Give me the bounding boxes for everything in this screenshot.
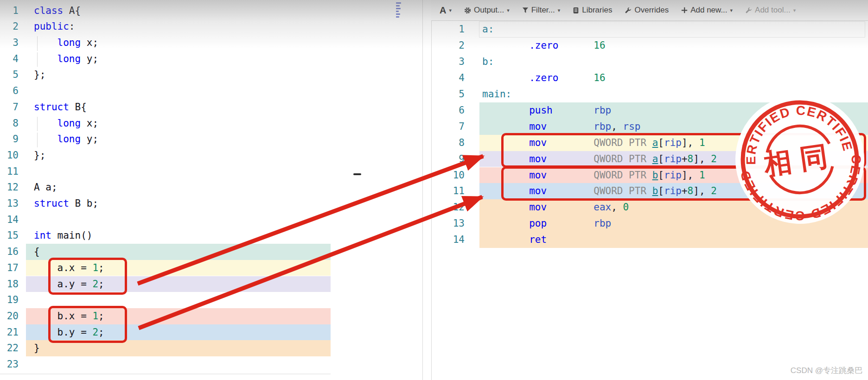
token-pl [547, 121, 594, 132]
gear-icon [464, 7, 471, 14]
asm-line-number: 11 [436, 183, 465, 199]
asm-line-number: 8 [436, 135, 465, 151]
asm-line-number: 6 [436, 102, 465, 119]
token-pl [482, 202, 529, 213]
source-line-number: 19 [0, 292, 19, 308]
asm-line-number: 13 [436, 215, 465, 232]
asm-line-number: 2 [436, 38, 465, 54]
chevron-down-icon: ▾ [793, 7, 796, 13]
asm-line-number: 3 [436, 54, 465, 70]
chevron-down-icon: ▾ [449, 7, 452, 13]
toolbar-button-add-tool[interactable]: Add tool...▾ [745, 6, 796, 15]
token-lbl: main: [482, 89, 511, 100]
token-reg: rbp [594, 121, 611, 132]
source-line: 21 b.y = 2; [0, 324, 868, 341]
toolbar-button-label: Filter... [531, 6, 555, 15]
token-pl [482, 218, 529, 229]
source-code: class A{ [34, 3, 81, 19]
toolbar-button-label: Libraries [582, 6, 612, 15]
token-pl [547, 218, 594, 229]
token-pl [553, 105, 594, 116]
divider-dash [353, 173, 361, 175]
token-kw: class [34, 5, 63, 16]
token-pl [482, 72, 529, 83]
token-reg: eax [594, 202, 611, 213]
toolbar-button-label: A [440, 5, 446, 16]
plus-icon [681, 7, 688, 13]
toolbar-button-label: Add tool... [755, 6, 791, 15]
asm-toolbar: A▾Output...▾Filter...▾LibrariesOverrides… [431, 0, 868, 21]
toolbar-button-add-new[interactable]: Add new...▾ [681, 6, 733, 15]
token-pl [482, 234, 529, 245]
book-icon [573, 7, 579, 14]
chevron-down-icon: ▾ [507, 7, 510, 13]
asm-code: main: [482, 86, 511, 102]
token-pl [558, 40, 594, 51]
red-box-source-b [48, 306, 127, 343]
asm-line-number: 9 [436, 151, 465, 167]
toolbar-button-overrides[interactable]: Overrides [625, 6, 669, 15]
token-kw: pop [529, 218, 547, 229]
token-lbl: b: [482, 56, 494, 67]
chevron-down-icon: ▾ [558, 7, 561, 13]
token-kw: .zero [529, 72, 558, 83]
asm-code: mov eax, 0 [482, 199, 629, 215]
asm-line-number: 7 [436, 119, 465, 135]
asm-code: pop rbp [482, 215, 611, 232]
toolbar-button-filter[interactable]: Filter...▾ [522, 6, 561, 15]
source-code: } [34, 340, 40, 356]
certified-stamp: CERTIFIED CERTIFIED CERTIFIED CERTIFIED … [721, 81, 868, 238]
asm-line-number: 12 [436, 199, 465, 215]
compiler-explorer-page: 1class A{2public:3 long x;4 long y;5};67… [0, 0, 868, 380]
token-pl: } [34, 342, 40, 354]
source-line-number: 22 [0, 340, 19, 356]
asm-line: 14 ret [0, 232, 868, 248]
token-kw: .zero [529, 40, 558, 51]
toolbar-button-label: Add new... [690, 6, 727, 15]
token-reg: rbp [594, 218, 611, 229]
wrench-icon [625, 7, 632, 14]
token-pl [558, 72, 594, 83]
asm-code: ret [482, 232, 547, 248]
asm-code: a: [482, 21, 494, 38]
token-num: 0 [623, 202, 629, 213]
token-reg: rsp [623, 121, 641, 132]
asm-code: .zero 16 [482, 38, 606, 54]
token-num: 16 [594, 72, 605, 83]
source-line: 23 [0, 356, 868, 373]
toolbar-button-libraries[interactable]: Libraries [573, 6, 612, 15]
token-lbl: a: [482, 24, 494, 35]
red-box-source-a [48, 258, 127, 295]
asm-line: 4 .zero 16 [0, 70, 868, 86]
asm-line-number: 10 [436, 167, 465, 184]
token-kw: mov [529, 121, 547, 132]
funnel-icon [522, 7, 529, 13]
watermark-text: CSDN @专注跳桑巴 [791, 365, 862, 376]
asm-line: 1a: [0, 21, 868, 38]
pane-splitter-edge [431, 0, 432, 380]
token-num: 16 [594, 40, 605, 51]
toolbar-button-font-size[interactable]: A▾ [440, 5, 452, 16]
token-kw: mov [529, 202, 547, 213]
chevron-down-icon: ▾ [730, 7, 733, 13]
asm-line-number: 14 [436, 232, 465, 248]
source-editor-bottom-edge [0, 374, 331, 374]
asm-line-number: 1 [436, 21, 465, 38]
source-minimap[interactable] [396, 2, 406, 25]
source-line-number: 17 [0, 260, 19, 276]
asm-line-number: 5 [436, 86, 465, 102]
source-line: 17 a.x = 1; [0, 260, 868, 276]
wrench-icon [745, 7, 752, 14]
source-line: 22} [0, 340, 868, 356]
asm-line-number: 4 [436, 70, 465, 86]
asm-code: .zero 16 [482, 70, 606, 86]
pane-splitter[interactable] [422, 0, 423, 380]
token-pl [482, 105, 529, 116]
asm-code: b: [482, 54, 494, 70]
token-pl [547, 202, 594, 213]
token-kw: ret [529, 234, 547, 245]
token-pl: A{ [63, 5, 81, 16]
source-line-number: 23 [0, 356, 19, 373]
token-pun: , [611, 121, 617, 132]
toolbar-button-output[interactable]: Output...▾ [464, 6, 510, 15]
